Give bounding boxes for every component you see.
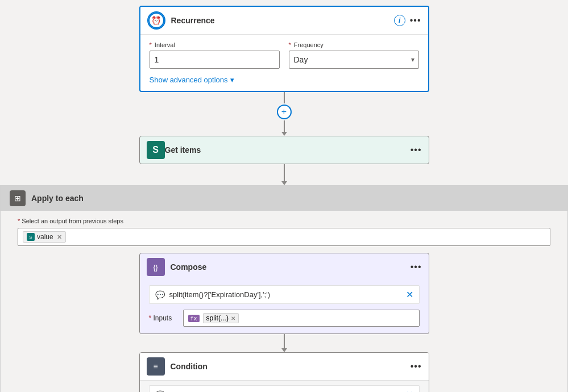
frequency-select[interactable]: Day Second Minute Hour Week Month xyxy=(289,51,419,69)
value-tag-icon: S xyxy=(27,233,35,241)
inputs-row: * Inputs fx split(...) ✕ xyxy=(149,310,420,327)
inputs-label: * Inputs xyxy=(149,314,177,322)
recurrence-title: Recurrence xyxy=(171,16,394,25)
connector-arrow-2 xyxy=(281,181,287,185)
value-tag-close[interactable]: ✕ xyxy=(57,233,62,241)
fx-badge: fx xyxy=(188,315,200,322)
compose-actions: ••• xyxy=(411,262,422,272)
condition-icon: ≡ xyxy=(147,357,165,376)
get-items-actions: ••• xyxy=(411,145,422,155)
get-items-header: S Get items ••• xyxy=(140,136,429,164)
recurrence-body: * Interval * Frequency Day xyxy=(140,35,428,91)
compose-header: {} Compose ••• xyxy=(140,253,429,281)
apply-body: * Select an output from previous steps S… xyxy=(1,211,567,392)
inner-flow: {} Compose ••• 💬 split(item()?['Expirati… xyxy=(18,253,550,392)
compose-icon: {} xyxy=(147,258,165,276)
connector-arrow-1 xyxy=(281,132,287,136)
connector-1: + xyxy=(277,92,292,136)
connector-line-3 xyxy=(284,164,285,181)
sharepoint-icon: S xyxy=(147,141,165,159)
show-advanced-button[interactable]: Show advanced options ▾ xyxy=(150,76,234,84)
connector-line-1 xyxy=(284,92,285,103)
condition-more-button[interactable]: ••• xyxy=(411,361,422,372)
recurrence-icon: ⏰ xyxy=(147,11,165,30)
interval-input[interactable] xyxy=(150,51,280,69)
split-tag: split(...) ✕ xyxy=(203,313,239,323)
compose-body: 💬 split(item()?['ExpirationDay'],';') ✕ … xyxy=(140,281,429,333)
frequency-required: * xyxy=(289,41,291,48)
value-tag-label: value xyxy=(37,233,53,241)
condition-header: ≡ Condition ••• xyxy=(140,353,429,381)
get-items-title: Get items xyxy=(165,145,411,155)
apply-header: ⊞ Apply to each xyxy=(1,186,567,211)
select-output-label: * Select an output from previous steps xyxy=(18,218,550,224)
compose-more-button[interactable]: ••• xyxy=(411,262,422,272)
compose-card: {} Compose ••• 💬 split(item()?['Expirati… xyxy=(139,253,429,334)
value-tag: S value ✕ xyxy=(23,231,66,243)
get-items-card: S Get items ••• xyxy=(139,136,429,164)
frequency-label: * Frequency xyxy=(289,41,419,48)
apply-to-each-icon: ⊞ xyxy=(10,190,26,206)
recurrence-header: ⏰ Recurrence i ••• xyxy=(140,7,428,35)
condition-actions: ••• xyxy=(411,361,422,372)
split-tag-close[interactable]: ✕ xyxy=(231,315,235,322)
frequency-group: * Frequency Day Second Minute Hour Week … xyxy=(289,41,419,69)
compose-expression-text: split(item()?['ExpirationDay'],';') xyxy=(169,290,271,299)
compose-expr-icon: 💬 xyxy=(155,290,165,299)
condition-expression-bar: 💬 utcNow('yyyy-MM-dd') ✕ xyxy=(149,385,420,392)
interval-group: * Interval xyxy=(150,41,280,69)
recurrence-info-button[interactable]: i xyxy=(394,15,405,26)
apply-to-each-title: Apply to each xyxy=(31,194,84,203)
inputs-field[interactable]: fx split(...) ✕ xyxy=(183,310,420,327)
recurrence-actions: i ••• xyxy=(394,15,421,26)
condition-expr-icon: 💬 xyxy=(155,390,165,393)
connector-line-4 xyxy=(284,334,285,348)
recurrence-more-button[interactable]: ••• xyxy=(410,15,421,26)
split-tag-label: split(...) xyxy=(206,314,229,322)
connector-3 xyxy=(281,334,287,352)
compose-title: Compose xyxy=(171,262,411,272)
connector-arrow-3 xyxy=(281,348,287,352)
recurrence-form-row: * Interval * Frequency Day xyxy=(150,41,419,69)
show-advanced-label: Show advanced options xyxy=(150,76,228,84)
frequency-select-wrapper: Day Second Minute Hour Week Month ▾ xyxy=(289,51,419,69)
add-step-plus-icon: + xyxy=(281,107,287,117)
add-step-button-1[interactable]: + xyxy=(277,105,292,119)
output-tag-row[interactable]: S value ✕ xyxy=(18,228,550,246)
get-items-more-button[interactable]: ••• xyxy=(411,145,422,155)
compose-expr-close[interactable]: ✕ xyxy=(406,289,413,300)
condition-expr-close[interactable]: ✕ xyxy=(406,389,413,392)
condition-body: 💬 utcNow('yyyy-MM-dd') ✕ {} Outputs ✕ xyxy=(140,381,429,392)
condition-card: ≡ Condition ••• 💬 utcNow('yyyy-MM-dd') ✕ xyxy=(139,352,429,392)
show-advanced-chevron-icon: ▾ xyxy=(230,76,234,84)
interval-required: * xyxy=(150,41,152,48)
apply-to-each-container: ⊞ Apply to each * Select an output from … xyxy=(0,185,568,392)
recurrence-clock-icon: ⏰ xyxy=(148,12,164,28)
interval-label: * Interval xyxy=(150,41,280,48)
compose-expression-bar: 💬 split(item()?['ExpirationDay'],';') ✕ xyxy=(149,285,420,304)
recurrence-card: ⏰ Recurrence i ••• * Interval xyxy=(139,6,429,92)
connector-2 xyxy=(281,164,287,185)
connector-line-2 xyxy=(284,120,285,132)
condition-title: Condition xyxy=(171,362,411,371)
